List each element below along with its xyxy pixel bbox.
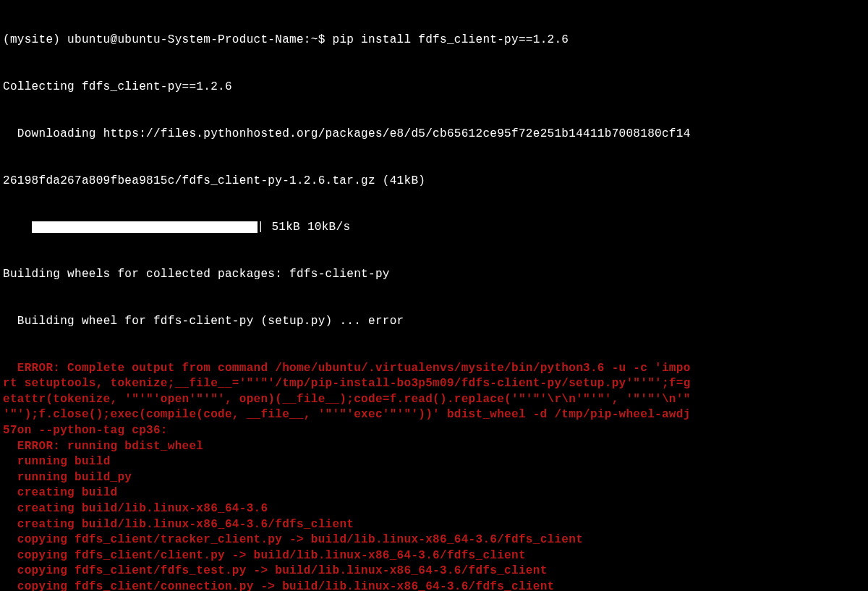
error-output-block: ERROR: Complete output from command /hom… [3, 361, 865, 591]
error-line: copying fdfs_client/client.py -> build/l… [3, 548, 865, 564]
collecting-line: Collecting fdfs_client-py==1.2.6 [3, 80, 865, 95]
terminal-output[interactable]: (mysite) ubuntu@ubuntu-System-Product-Na… [0, 0, 868, 591]
error-line: running build_py [3, 470, 865, 486]
progress-suffix: | 51kB 10kB/s [258, 221, 351, 234]
error-line: 57on --python-tag cp36: [3, 423, 865, 439]
error-line: etattr(tokenize, '"'"'open'"'"', open)(_… [3, 392, 865, 408]
downloading-line-1: Downloading https://files.pythonhosted.o… [3, 127, 865, 143]
progress-line: | 51kB 10kB/s [3, 220, 865, 236]
error-line: creating build [3, 485, 865, 501]
prompt-line: (mysite) ubuntu@ubuntu-System-Product-Na… [3, 33, 865, 48]
error-line: copying fdfs_client/tracker_client.py ->… [3, 532, 865, 548]
downloading-line-2: 26198fda267a809fbea9815c/fdfs_client-py-… [3, 174, 865, 190]
shell-prompt: (mysite) ubuntu@ubuntu-System-Product-Na… [3, 33, 332, 46]
error-line: ERROR: Complete output from command /hom… [3, 361, 865, 377]
error-line: copying fdfs_client/fdfs_test.py -> buil… [3, 564, 865, 579]
typed-command: pip install fdfs_client-py==1.2.6 [332, 33, 569, 46]
error-line: copying fdfs_client/connection.py -> bui… [3, 579, 865, 591]
error-line: ERROR: running bdist_wheel [3, 439, 865, 455]
building-wheel-for-line: Building wheel for fdfs-client-py (setup… [3, 314, 865, 330]
building-wheels-line: Building wheels for collected packages: … [3, 267, 865, 283]
error-line: creating build/lib.linux-x86_64-3.6 [3, 501, 865, 517]
error-line: '"');f.close();exec(compile(code, __file… [3, 407, 865, 423]
error-line: running build [3, 454, 865, 470]
error-line: creating build/lib.linux-x86_64-3.6/fdfs… [3, 517, 865, 533]
progress-bar-icon [32, 221, 258, 233]
error-line: rt setuptools, tokenize;__file__='"'"'/t… [3, 376, 865, 392]
